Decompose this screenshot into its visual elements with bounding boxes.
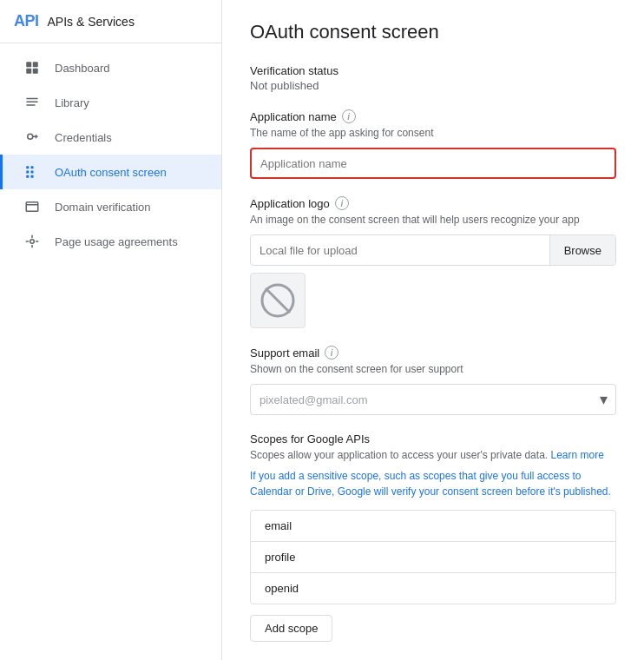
- no-image-icon: [260, 283, 295, 318]
- page-usage-icon: [23, 233, 41, 250]
- application-logo-section: Application logo i An image on the conse…: [250, 196, 616, 328]
- scopes-warning: If you add a sensitive scope, such as sc…: [250, 468, 616, 499]
- application-name-desc: The name of the app asking for consent: [250, 125, 616, 141]
- sidebar-item-credentials[interactable]: Credentials: [0, 120, 221, 155]
- support-email-select[interactable]: pixelated@gmail.com: [250, 384, 616, 415]
- sidebar-item-dashboard-label: Dashboard: [55, 62, 110, 75]
- svg-rect-13: [31, 175, 34, 178]
- application-logo-desc: An image on the consent screen that will…: [250, 212, 616, 228]
- svg-rect-0: [26, 62, 31, 67]
- sidebar-header: API APIs & Services: [0, 0, 221, 43]
- application-logo-info-icon[interactable]: i: [335, 196, 349, 210]
- svg-rect-3: [33, 69, 38, 74]
- svg-rect-10: [26, 175, 29, 178]
- scope-item-email: email: [251, 511, 615, 542]
- sidebar-item-credentials-label: Credentials: [55, 131, 112, 144]
- dashboard-icon: [23, 59, 41, 76]
- svg-point-7: [28, 134, 33, 139]
- support-email-info-icon[interactable]: i: [325, 346, 338, 360]
- sidebar-item-library-label: Library: [55, 96, 89, 109]
- svg-rect-9: [26, 171, 29, 174]
- domain-verification-icon: [23, 198, 41, 215]
- verification-status-label: Verification status: [250, 64, 616, 77]
- oauth-consent-icon: [23, 163, 41, 181]
- svg-rect-12: [31, 171, 34, 174]
- browse-button[interactable]: Browse: [549, 234, 615, 266]
- credentials-icon: [23, 129, 41, 146]
- scope-item-openid: openid: [251, 573, 615, 604]
- sidebar-item-library[interactable]: Library: [0, 85, 221, 120]
- sidebar: API APIs & Services Dashboard: [0, 0, 222, 660]
- application-logo-label: Application logo i: [250, 196, 616, 210]
- page-title: OAuth consent screen: [250, 21, 616, 43]
- application-name-info-icon[interactable]: i: [342, 109, 356, 123]
- support-email-label: Support email i: [250, 346, 616, 360]
- sidebar-item-page-usage[interactable]: Page usage agreements: [0, 224, 221, 259]
- verification-status-value: Not published: [250, 79, 616, 92]
- sidebar-item-oauth-consent[interactable]: OAuth consent screen: [0, 155, 221, 189]
- sidebar-nav: Dashboard Library Credentials: [0, 43, 221, 266]
- svg-rect-4: [26, 98, 38, 100]
- svg-line-18: [266, 288, 290, 313]
- scopes-list: email profile openid: [250, 510, 616, 604]
- support-email-section: Support email i Shown on the consent scr…: [250, 346, 616, 415]
- support-email-select-row: pixelated@gmail.com ▾: [250, 384, 616, 415]
- svg-point-16: [30, 240, 35, 244]
- application-name-input[interactable]: [250, 148, 616, 179]
- application-name-section: Application name i The name of the app a…: [250, 109, 616, 179]
- file-upload-row: Browse: [250, 234, 616, 266]
- add-scope-button[interactable]: Add scope: [250, 615, 332, 642]
- sidebar-item-domain-verification[interactable]: Domain verification: [0, 189, 221, 224]
- svg-rect-11: [31, 166, 34, 168]
- scope-item-profile: profile: [251, 542, 615, 573]
- svg-rect-8: [26, 166, 29, 168]
- sidebar-item-page-usage-label: Page usage agreements: [55, 235, 178, 248]
- sidebar-item-dashboard[interactable]: Dashboard: [0, 50, 221, 85]
- library-icon: [23, 94, 41, 111]
- main-content: OAuth consent screen Verification status…: [222, 0, 644, 660]
- image-placeholder: [250, 273, 306, 328]
- api-logo: API: [14, 12, 39, 30]
- svg-rect-6: [26, 104, 36, 106]
- svg-rect-5: [26, 102, 38, 103]
- svg-rect-2: [26, 69, 31, 74]
- sidebar-title: APIs & Services: [48, 15, 135, 29]
- scopes-section: Scopes for Google APIs Scopes allow your…: [250, 432, 616, 659]
- scopes-learn-more-link[interactable]: Learn more: [550, 449, 603, 461]
- file-upload-input[interactable]: [251, 244, 549, 257]
- verification-status-section: Verification status Not published: [250, 64, 616, 92]
- support-email-desc: Shown on the consent screen for user sup…: [250, 361, 616, 377]
- sidebar-item-domain-verification-label: Domain verification: [55, 201, 151, 214]
- scopes-label: Scopes for Google APIs: [250, 432, 616, 446]
- svg-rect-1: [33, 62, 38, 67]
- application-name-label: Application name i: [250, 109, 616, 123]
- scopes-desc: Scopes allow your application to access …: [250, 447, 616, 463]
- svg-rect-14: [26, 202, 38, 212]
- sidebar-item-oauth-consent-label: OAuth consent screen: [55, 166, 167, 179]
